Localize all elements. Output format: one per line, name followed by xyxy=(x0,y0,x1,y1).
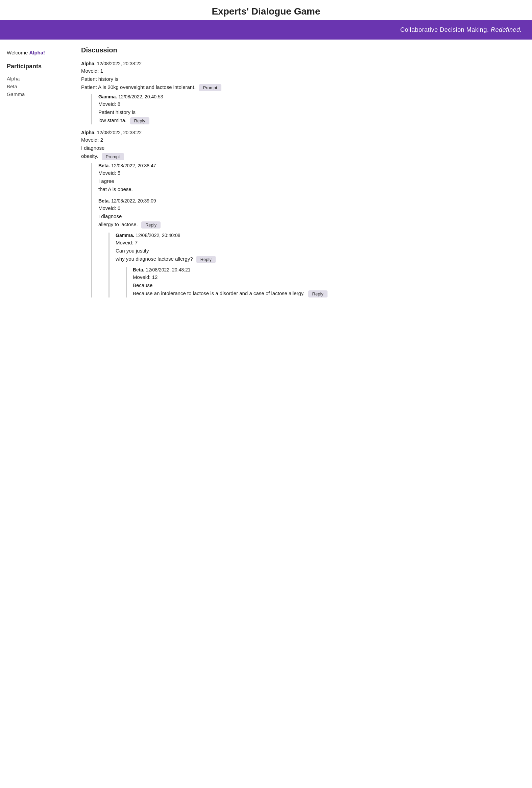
reply-thread: Gamma. 12/08/2022, 20:40:53 Moveid: 8 Pa… xyxy=(91,94,522,124)
prompt-button[interactable]: Prompt xyxy=(102,153,124,160)
reply-thread: Beta. 12/08/2022, 20:38:47 Moveid: 5 I a… xyxy=(91,163,522,297)
msg-line: Can you justify xyxy=(116,247,522,255)
moveid: Moveid: 1 xyxy=(81,67,522,75)
timestamp: 12/08/2022, 20:38:22 xyxy=(97,130,142,135)
welcome-text: Welcome Alpha! xyxy=(7,50,74,56)
reply-thread-deep: Beta. 12/08/2022, 20:48:21 Moveid: 12 Be… xyxy=(126,267,522,297)
author: Alpha. xyxy=(81,130,96,135)
author: Gamma. xyxy=(116,233,134,238)
discussion-area: Discussion Alpha. 12/08/2022, 20:38:22 M… xyxy=(74,46,522,301)
message-body: Moveid: 2 I diagnose obesity. Prompt xyxy=(81,136,522,160)
author: Beta. xyxy=(98,198,110,203)
timestamp: 12/08/2022, 20:40:08 xyxy=(136,233,180,238)
message-block: Gamma. 12/08/2022, 20:40:53 Moveid: 8 Pa… xyxy=(98,94,522,124)
moveid: Moveid: 8 xyxy=(98,100,522,108)
msg-line: Patient A is 20kg overweight and lactose… xyxy=(81,83,522,91)
message-block: Beta. 12/08/2022, 20:38:47 Moveid: 5 I a… xyxy=(98,163,522,193)
banner-text: Collaborative Decision Making. xyxy=(400,26,489,33)
msg-line: Because an intolerance to lactose is a d… xyxy=(133,289,522,297)
message-body: Moveid: 5 I agree that A is obese. xyxy=(98,169,522,193)
author: Beta. xyxy=(98,163,110,169)
participant-list: Alpha Beta Gamma xyxy=(7,75,74,98)
msg-line: low stamina. Reply xyxy=(98,116,522,124)
moveid: Moveid: 5 xyxy=(98,169,522,177)
msg-line: obesity. Prompt xyxy=(81,152,522,160)
message-block: Beta. 12/08/2022, 20:39:09 Moveid: 6 I d… xyxy=(98,198,522,229)
message-header: Alpha. 12/08/2022, 20:38:22 xyxy=(81,61,522,66)
timestamp: 12/08/2022, 20:40:53 xyxy=(118,94,163,99)
msg-line: allergy to lactose. Reply xyxy=(98,220,522,229)
message-block: Alpha. 12/08/2022, 20:38:22 Moveid: 2 I … xyxy=(81,130,522,160)
message-block: Alpha. 12/08/2022, 20:38:22 Moveid: 1 Pa… xyxy=(81,61,522,91)
message-header: Alpha. 12/08/2022, 20:38:22 xyxy=(81,130,522,135)
header-banner: Collaborative Decision Making. Redefined… xyxy=(0,20,532,40)
msg-line: Patient history is xyxy=(98,108,522,116)
reply-button[interactable]: Reply xyxy=(196,256,216,263)
prompt-button[interactable]: Prompt xyxy=(199,84,221,91)
message-body: Moveid: 6 I diagnose allergy to lactose.… xyxy=(98,204,522,229)
message-body: Moveid: 7 Can you justify why you diagno… xyxy=(116,239,522,263)
msg-line: Because xyxy=(133,281,522,289)
msg-line: I diagnose xyxy=(81,144,522,152)
timestamp: 12/08/2022, 20:39:09 xyxy=(111,198,156,203)
timestamp: 12/08/2022, 20:38:22 xyxy=(97,61,142,66)
moveid: Moveid: 6 xyxy=(98,204,522,212)
msg-line: I agree xyxy=(98,177,522,185)
msg-line: why you diagnose lactose allergy? Reply xyxy=(116,255,522,263)
moveid: Moveid: 12 xyxy=(133,273,522,281)
timestamp: 12/08/2022, 20:48:21 xyxy=(146,267,190,273)
author: Gamma. xyxy=(98,94,117,99)
reply-thread-nested: Gamma. 12/08/2022, 20:40:08 Moveid: 7 Ca… xyxy=(109,233,522,297)
welcome-user: Alpha! xyxy=(29,50,45,56)
message-header: Gamma. 12/08/2022, 20:40:08 xyxy=(116,233,522,238)
moveid: Moveid: 7 xyxy=(116,239,522,247)
msg-line: that A is obese. xyxy=(98,185,522,193)
reply-button[interactable]: Reply xyxy=(308,290,328,297)
participants-heading: Participants xyxy=(7,63,74,70)
discussion-title: Discussion xyxy=(81,46,522,54)
page-title: Experts' Dialogue Game xyxy=(0,0,532,20)
moveid: Moveid: 2 xyxy=(81,136,522,144)
author: Beta. xyxy=(133,267,144,273)
banner-italic: Redefined. xyxy=(491,26,522,33)
message-body: Moveid: 8 Patient history is low stamina… xyxy=(98,100,522,124)
message-header: Beta. 12/08/2022, 20:38:47 xyxy=(98,163,522,169)
message-block: Gamma. 12/08/2022, 20:40:08 Moveid: 7 Ca… xyxy=(116,233,522,263)
message-block: Beta. 12/08/2022, 20:48:21 Moveid: 12 Be… xyxy=(133,267,522,297)
msg-line: Patient history is xyxy=(81,75,522,83)
msg-line: I diagnose xyxy=(98,212,522,220)
participant-alpha: Alpha xyxy=(7,75,74,82)
sidebar: Welcome Alpha! Participants Alpha Beta G… xyxy=(7,46,74,301)
message-header: Gamma. 12/08/2022, 20:40:53 xyxy=(98,94,522,99)
message-header: Beta. 12/08/2022, 20:39:09 xyxy=(98,198,522,203)
reply-button[interactable]: Reply xyxy=(130,117,150,124)
participant-gamma: Gamma xyxy=(7,90,74,98)
message-header: Beta. 12/08/2022, 20:48:21 xyxy=(133,267,522,273)
timestamp: 12/08/2022, 20:38:47 xyxy=(111,163,156,169)
participant-beta: Beta xyxy=(7,82,74,90)
message-body: Moveid: 12 Because Because an intoleranc… xyxy=(133,273,522,297)
reply-button[interactable]: Reply xyxy=(141,221,160,229)
author: Alpha. xyxy=(81,61,96,66)
message-body: Moveid: 1 Patient history is Patient A i… xyxy=(81,67,522,91)
